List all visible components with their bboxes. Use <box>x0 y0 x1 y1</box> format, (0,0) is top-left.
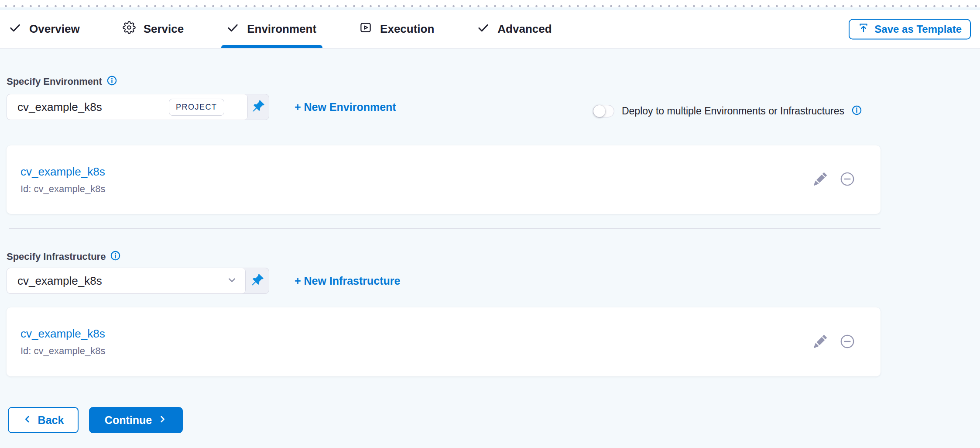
infrastructure-card: cv_example_k8s Id: cv_example_k8s <box>7 307 881 376</box>
infrastructure-section-header: Specify Infrastructure <box>7 251 980 262</box>
back-label: Back <box>38 414 64 427</box>
environment-section-header: Specify Environment <box>7 76 980 87</box>
pin-icon <box>252 100 265 114</box>
pencil-icon <box>814 335 827 349</box>
tab-advanced[interactable]: Advanced <box>477 10 552 48</box>
infrastructure-card-text: cv_example_k8s Id: cv_example_k8s <box>21 327 105 357</box>
infrastructure-select[interactable]: cv_example_k8s <box>7 268 246 293</box>
environment-label: Specify Environment <box>7 76 102 87</box>
infrastructure-card-title-link[interactable]: cv_example_k8s <box>21 327 105 341</box>
tab-label: Environment <box>247 22 316 36</box>
check-icon <box>226 21 239 37</box>
chevron-left-icon <box>23 414 32 427</box>
info-icon[interactable] <box>107 76 117 87</box>
environment-tab-panel: Deploy to multiple Environments or Infra… <box>0 76 980 433</box>
minus-circle-icon <box>840 172 855 188</box>
tab-label: Service <box>144 22 184 36</box>
new-infrastructure-link[interactable]: + New Infrastructure <box>295 275 400 287</box>
continue-label: Continue <box>105 414 152 427</box>
edit-infrastructure-button[interactable] <box>814 335 827 349</box>
minus-circle-icon <box>840 334 855 350</box>
info-icon[interactable] <box>110 251 120 262</box>
pencil-icon <box>814 172 827 187</box>
environment-input-wrap: PROJECT <box>7 94 248 120</box>
check-icon <box>477 21 490 37</box>
tab-label: Advanced <box>497 22 552 36</box>
multi-deploy-label: Deploy to multiple Environments or Infra… <box>622 105 844 117</box>
pin-environment-button[interactable] <box>248 94 269 120</box>
pipeline-canvas-edge <box>0 0 980 10</box>
environment-input[interactable] <box>17 100 164 114</box>
environment-card-title-link[interactable]: cv_example_k8s <box>21 165 105 179</box>
multi-deploy-toggle[interactable] <box>593 105 614 117</box>
pin-infrastructure-button[interactable] <box>246 268 269 293</box>
tab-label: Execution <box>380 22 434 36</box>
back-button[interactable]: Back <box>8 407 79 433</box>
continue-button[interactable]: Continue <box>89 407 183 433</box>
toggle-knob <box>593 105 605 117</box>
infrastructure-card-actions <box>814 334 855 350</box>
new-environment-link[interactable]: + New Environment <box>295 101 396 114</box>
chevron-down-icon <box>226 274 238 288</box>
environment-card-actions <box>814 172 855 188</box>
infrastructure-label: Specify Infrastructure <box>7 251 106 262</box>
remove-infrastructure-button[interactable] <box>840 334 855 350</box>
save-as-template-button[interactable]: Save as Template <box>849 19 971 39</box>
tab-overview[interactable]: Overview <box>9 10 80 48</box>
infrastructure-select-value: cv_example_k8s <box>17 274 221 288</box>
tab-label: Overview <box>29 22 80 36</box>
environment-input-group: PROJECT <box>7 94 269 120</box>
environment-card: cv_example_k8s Id: cv_example_k8s <box>7 145 881 214</box>
upload-icon <box>858 22 869 36</box>
play-icon <box>359 21 372 37</box>
pin-icon <box>251 273 264 288</box>
footer-actions: Back Continue <box>7 407 980 433</box>
infrastructure-card-id: Id: cv_example_k8s <box>21 345 105 357</box>
scope-tag: PROJECT <box>169 99 224 116</box>
edit-environment-button[interactable] <box>814 172 827 187</box>
tab-environment[interactable]: Environment <box>226 10 316 48</box>
infrastructure-field-row: cv_example_k8s + New Infrastructure <box>7 268 980 294</box>
save-as-template-label: Save as Template <box>874 23 962 35</box>
tab-service[interactable]: Service <box>123 10 184 48</box>
multi-deploy-row: Deploy to multiple Environments or Infra… <box>593 105 862 117</box>
gear-icon <box>123 21 136 37</box>
check-icon <box>9 21 21 37</box>
environment-card-text: cv_example_k8s Id: cv_example_k8s <box>21 165 105 195</box>
stage-tabs: Overview Service Environment Execution A <box>9 10 552 48</box>
environment-card-id: Id: cv_example_k8s <box>21 183 105 195</box>
remove-environment-button[interactable] <box>840 172 855 188</box>
stage-tab-bar: Overview Service Environment Execution A <box>0 10 980 48</box>
chevron-right-icon <box>158 414 167 427</box>
section-divider <box>9 228 881 229</box>
info-icon[interactable] <box>852 105 862 117</box>
tab-execution[interactable]: Execution <box>359 10 434 48</box>
infrastructure-input-group: cv_example_k8s <box>7 268 269 294</box>
